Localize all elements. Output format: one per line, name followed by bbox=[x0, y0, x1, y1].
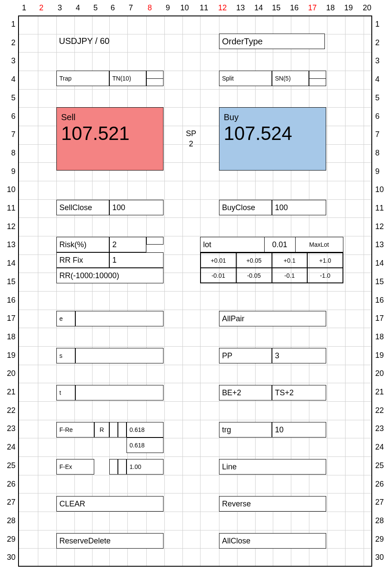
row-label-right-5: 5 bbox=[375, 93, 389, 102]
row-label-right-27: 27 bbox=[375, 498, 389, 507]
trg-value[interactable]: 10 bbox=[272, 422, 326, 437]
row-label-left-26: 26 bbox=[2, 480, 15, 489]
buy-label: Buy bbox=[224, 110, 321, 124]
sell-button[interactable]: Sell 107.521 bbox=[56, 107, 164, 171]
row-label-left-22: 22 bbox=[2, 406, 15, 415]
risk-stepper-up[interactable] bbox=[146, 237, 164, 245]
lot-label: lot bbox=[201, 240, 264, 249]
row-label-right-23: 23 bbox=[375, 424, 389, 433]
lot-plus-0.05[interactable]: +0.05 bbox=[236, 253, 272, 268]
pp-button[interactable]: PP bbox=[219, 348, 272, 363]
t-value[interactable] bbox=[75, 385, 164, 400]
row-label-left-3: 3 bbox=[2, 56, 15, 65]
row-label-right-18: 18 bbox=[375, 332, 389, 341]
ts-button[interactable]: TS+2 bbox=[272, 385, 326, 400]
row-label-right-16: 16 bbox=[375, 296, 389, 305]
sellclose-button[interactable]: SellClose bbox=[56, 200, 109, 215]
row-label-left-25: 25 bbox=[2, 461, 15, 470]
row-label-left-27: 27 bbox=[2, 498, 15, 507]
lot-plus-0.01[interactable]: +0.01 bbox=[201, 253, 236, 268]
row-label-right-11: 11 bbox=[375, 204, 389, 213]
lot-plus-1.0[interactable]: +1.0 bbox=[307, 253, 343, 268]
reverse-button[interactable]: Reverse bbox=[219, 496, 326, 512]
row-label-left-19: 19 bbox=[2, 351, 15, 360]
lot-minus-0.01[interactable]: -0.01 bbox=[201, 268, 236, 283]
be-button[interactable]: BE+2 bbox=[219, 385, 272, 400]
row-label-left-6: 6 bbox=[2, 112, 15, 121]
e-value[interactable] bbox=[75, 311, 164, 326]
f-re-value1[interactable]: 0.618 bbox=[127, 422, 164, 437]
lot-plus-0.1[interactable]: +0.1 bbox=[272, 253, 308, 268]
sell-label: Sell bbox=[61, 110, 159, 124]
maxlot-button[interactable]: MaxLot bbox=[295, 241, 343, 248]
row-label-right-26: 26 bbox=[375, 480, 389, 489]
all-close-button[interactable]: AllClose bbox=[219, 533, 326, 549]
trap-stepper[interactable] bbox=[146, 71, 164, 86]
f-ex-gap1 bbox=[109, 459, 118, 475]
row-label-right-13: 13 bbox=[375, 240, 389, 249]
s-button[interactable]: s bbox=[56, 348, 75, 363]
row-label-right-17: 17 bbox=[375, 314, 389, 323]
f-ex-button[interactable]: F-Ex bbox=[56, 459, 94, 475]
row-label-right-4: 4 bbox=[375, 75, 389, 84]
order-type-button[interactable]: OrderType bbox=[219, 34, 325, 49]
row-label-left-11: 11 bbox=[2, 204, 15, 213]
f-ex-value[interactable]: 1.00 bbox=[127, 459, 164, 475]
col-header-12: 12 bbox=[214, 3, 231, 12]
row-label-right-1: 1 bbox=[375, 20, 389, 29]
col-header-10: 10 bbox=[176, 3, 193, 12]
risk-value[interactable]: 2 bbox=[109, 237, 146, 252]
row-label-left-17: 17 bbox=[2, 314, 15, 323]
pp-value[interactable]: 3 bbox=[272, 348, 326, 363]
e-button[interactable]: e bbox=[56, 311, 75, 326]
trap-button[interactable]: Trap bbox=[56, 71, 109, 86]
buyclose-value[interactable]: 100 bbox=[272, 200, 326, 215]
row-label-left-23: 23 bbox=[2, 424, 15, 433]
trap-count-label: TN(10) bbox=[109, 71, 146, 86]
f-re-value2[interactable]: 0.618 bbox=[127, 437, 164, 453]
clear-button[interactable]: CLEAR bbox=[56, 496, 164, 512]
row-label-right-6: 6 bbox=[375, 112, 389, 121]
line-button[interactable]: Line bbox=[219, 459, 326, 475]
reserve-delete-button[interactable]: ReserveDelete bbox=[56, 533, 164, 549]
lot-value[interactable]: 0.01 bbox=[264, 240, 295, 249]
t-button[interactable]: t bbox=[56, 385, 75, 400]
col-header-2: 2 bbox=[33, 3, 50, 12]
lot-minus-0.1[interactable]: -0.1 bbox=[272, 268, 308, 283]
row-label-right-9: 9 bbox=[375, 167, 389, 176]
sellclose-value[interactable]: 100 bbox=[109, 200, 164, 215]
row-label-right-19: 19 bbox=[375, 351, 389, 360]
row-label-left-28: 28 bbox=[2, 516, 15, 525]
row-label-right-24: 24 bbox=[375, 443, 389, 452]
row-label-right-8: 8 bbox=[375, 149, 389, 158]
col-header-18: 18 bbox=[322, 3, 339, 12]
row-label-right-7: 7 bbox=[375, 130, 389, 139]
col-header-15: 15 bbox=[268, 3, 285, 12]
f-re-gap2 bbox=[118, 422, 127, 437]
row-label-left-16: 16 bbox=[2, 296, 15, 305]
s-value[interactable] bbox=[75, 348, 164, 363]
allpair-button[interactable]: AllPair bbox=[219, 311, 326, 326]
split-button[interactable]: Split bbox=[219, 71, 272, 86]
lot-minus-0.05[interactable]: -0.05 bbox=[236, 268, 272, 283]
row-label-left-14: 14 bbox=[2, 259, 15, 268]
spread-value: 2 bbox=[182, 140, 200, 149]
trg-button[interactable]: trg bbox=[219, 422, 272, 437]
buyclose-button[interactable]: BuyClose bbox=[219, 200, 272, 215]
row-label-left-13: 13 bbox=[2, 240, 15, 249]
rrfix-button[interactable]: RR Fix bbox=[56, 252, 109, 268]
row-label-right-14: 14 bbox=[375, 259, 389, 268]
main-panel bbox=[18, 16, 372, 567]
row-label-right-12: 12 bbox=[375, 222, 389, 231]
rrfix-value[interactable]: 1 bbox=[109, 252, 164, 268]
row-label-left-30: 30 bbox=[2, 553, 15, 562]
symbol-label: USDJPY / 60 bbox=[59, 36, 109, 46]
f-re-button[interactable]: F-Re bbox=[56, 422, 94, 437]
row-label-left-18: 18 bbox=[2, 332, 15, 341]
row-label-left-12: 12 bbox=[2, 222, 15, 231]
buy-button[interactable]: Buy 107.524 bbox=[219, 107, 326, 171]
split-stepper[interactable] bbox=[309, 71, 326, 86]
col-header-14: 14 bbox=[250, 3, 267, 12]
f-re-r[interactable]: R bbox=[94, 422, 109, 437]
lot-minus-1.0[interactable]: -1.0 bbox=[307, 268, 343, 283]
